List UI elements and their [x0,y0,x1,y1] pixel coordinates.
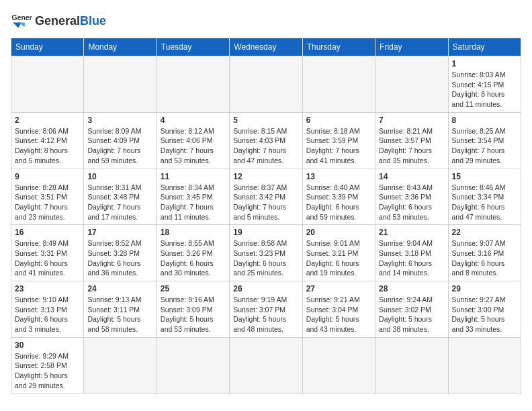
day-info: Sunrise: 9:01 AM Sunset: 3:21 PM Dayligh… [306,238,371,278]
day-number: 2 [15,116,80,125]
calendar-cell [11,56,84,113]
day-number: 5 [233,116,298,125]
calendar-week-row: 9Sunrise: 8:28 AM Sunset: 3:51 PM Daylig… [11,169,521,225]
day-number: 30 [15,340,80,350]
day-info: Sunrise: 8:40 AM Sunset: 3:39 PM Dayligh… [306,183,371,222]
calendar-cell [302,56,375,113]
day-info: Sunrise: 9:27 AM Sunset: 3:00 PM Dayligh… [452,295,517,334]
calendar-cell: 11Sunrise: 8:34 AM Sunset: 3:45 PM Dayli… [157,169,229,225]
weekday-header-sunday: Sunday [11,38,84,56]
calendar-week-row: 30Sunrise: 9:29 AM Sunset: 2:58 PM Dayli… [11,337,521,394]
calendar-cell: 1Sunrise: 8:03 AM Sunset: 4:15 PM Daylig… [448,56,521,113]
day-number: 12 [233,172,298,181]
calendar-cell [84,337,157,394]
day-number: 27 [306,284,371,293]
calendar-cell: 28Sunrise: 9:24 AM Sunset: 3:02 PM Dayli… [375,281,448,338]
day-number: 26 [233,284,298,293]
calendar-cell: 3Sunrise: 8:09 AM Sunset: 4:09 PM Daylig… [84,112,157,169]
day-info: Sunrise: 8:28 AM Sunset: 3:51 PM Dayligh… [15,183,80,222]
calendar-cell: 2Sunrise: 8:06 AM Sunset: 4:12 PM Daylig… [11,112,84,169]
calendar-week-row: 1Sunrise: 8:03 AM Sunset: 4:15 PM Daylig… [11,56,521,113]
calendar-cell [375,337,448,394]
calendar-cell: 8Sunrise: 8:25 AM Sunset: 3:54 PM Daylig… [448,112,521,169]
day-info: Sunrise: 8:06 AM Sunset: 4:12 PM Dayligh… [15,126,80,166]
day-info: Sunrise: 9:16 AM Sunset: 3:09 PM Dayligh… [161,295,226,334]
calendar-cell: 21Sunrise: 9:04 AM Sunset: 3:18 PM Dayli… [375,225,448,281]
day-number: 28 [379,284,444,293]
day-info: Sunrise: 9:21 AM Sunset: 3:04 PM Dayligh… [306,295,371,334]
calendar-cell: 4Sunrise: 8:12 AM Sunset: 4:06 PM Daylig… [157,112,229,169]
calendar-cell: 18Sunrise: 8:55 AM Sunset: 3:26 PM Dayli… [157,225,229,281]
calendar-week-row: 23Sunrise: 9:10 AM Sunset: 3:13 PM Dayli… [11,281,521,338]
day-number: 20 [306,228,371,237]
calendar-cell: 23Sunrise: 9:10 AM Sunset: 3:13 PM Dayli… [11,281,84,338]
day-number: 29 [452,284,517,293]
day-info: Sunrise: 8:12 AM Sunset: 4:06 PM Dayligh… [161,126,226,166]
day-info: Sunrise: 8:15 AM Sunset: 4:03 PM Dayligh… [233,126,298,166]
calendar-cell: 6Sunrise: 8:18 AM Sunset: 3:59 PM Daylig… [302,112,375,169]
calendar-cell: 15Sunrise: 8:46 AM Sunset: 3:34 PM Dayli… [448,169,521,225]
svg-text:General: General [12,14,32,21]
day-number: 25 [161,284,226,293]
calendar-cell [302,337,375,394]
general-blue-logo-icon: General [11,11,32,32]
calendar-cell [157,337,229,394]
day-info: Sunrise: 8:09 AM Sunset: 4:09 PM Dayligh… [87,126,152,166]
calendar-cell: 29Sunrise: 9:27 AM Sunset: 3:00 PM Dayli… [448,281,521,338]
calendar-cell [448,337,521,394]
calendar-cell: 16Sunrise: 8:49 AM Sunset: 3:31 PM Dayli… [11,225,84,281]
calendar-cell: 12Sunrise: 8:37 AM Sunset: 3:42 PM Dayli… [230,169,302,225]
day-info: Sunrise: 8:49 AM Sunset: 3:31 PM Dayligh… [15,238,80,278]
day-number: 1 [452,59,517,68]
day-info: Sunrise: 9:04 AM Sunset: 3:18 PM Dayligh… [379,238,444,278]
day-info: Sunrise: 8:21 AM Sunset: 3:57 PM Dayligh… [379,126,444,166]
calendar-cell: 9Sunrise: 8:28 AM Sunset: 3:51 PM Daylig… [11,169,84,225]
day-number: 4 [161,116,226,125]
day-number: 18 [161,228,226,237]
weekday-header-wednesday: Wednesday [230,38,302,56]
calendar-cell: 25Sunrise: 9:16 AM Sunset: 3:09 PM Dayli… [157,281,229,338]
day-number: 9 [15,172,80,181]
calendar-week-row: 16Sunrise: 8:49 AM Sunset: 3:31 PM Dayli… [11,225,521,281]
day-number: 3 [87,116,152,125]
logo: General GeneralBlue [11,11,106,32]
day-number: 15 [452,172,517,181]
day-number: 14 [379,172,444,181]
day-number: 17 [87,228,152,237]
day-info: Sunrise: 8:43 AM Sunset: 3:36 PM Dayligh… [379,183,444,222]
calendar-cell: 14Sunrise: 8:43 AM Sunset: 3:36 PM Dayli… [375,169,448,225]
calendar-cell: 30Sunrise: 9:29 AM Sunset: 2:58 PM Dayli… [11,337,84,394]
day-info: Sunrise: 8:55 AM Sunset: 3:26 PM Dayligh… [161,238,226,278]
logo-text: GeneralBlue [35,15,106,28]
calendar-cell: 26Sunrise: 9:19 AM Sunset: 3:07 PM Dayli… [230,281,302,338]
day-number: 19 [233,228,298,237]
calendar-cell: 10Sunrise: 8:31 AM Sunset: 3:48 PM Dayli… [84,169,157,225]
day-info: Sunrise: 8:46 AM Sunset: 3:34 PM Dayligh… [452,183,517,222]
day-info: Sunrise: 8:18 AM Sunset: 3:59 PM Dayligh… [306,126,371,166]
calendar-cell: 19Sunrise: 8:58 AM Sunset: 3:23 PM Dayli… [230,225,302,281]
day-number: 22 [452,228,517,237]
day-number: 23 [15,284,80,293]
day-info: Sunrise: 8:03 AM Sunset: 4:15 PM Dayligh… [452,70,517,109]
header: General GeneralBlue [11,11,521,32]
calendar-cell [230,337,302,394]
day-number: 24 [87,284,152,293]
day-info: Sunrise: 8:37 AM Sunset: 3:42 PM Dayligh… [233,183,298,222]
weekday-header-row: SundayMondayTuesdayWednesdayThursdayFrid… [11,38,521,56]
calendar-cell: 27Sunrise: 9:21 AM Sunset: 3:04 PM Dayli… [302,281,375,338]
weekday-header-thursday: Thursday [302,38,375,56]
day-info: Sunrise: 8:25 AM Sunset: 3:54 PM Dayligh… [452,126,517,166]
calendar-cell: 24Sunrise: 9:13 AM Sunset: 3:11 PM Dayli… [84,281,157,338]
day-info: Sunrise: 8:58 AM Sunset: 3:23 PM Dayligh… [233,238,298,278]
day-number: 13 [306,172,371,181]
day-info: Sunrise: 8:34 AM Sunset: 3:45 PM Dayligh… [161,183,226,222]
day-info: Sunrise: 9:29 AM Sunset: 2:58 PM Dayligh… [15,351,80,391]
day-number: 7 [379,116,444,125]
weekday-header-saturday: Saturday [448,38,521,56]
day-number: 8 [452,116,517,125]
calendar-cell: 13Sunrise: 8:40 AM Sunset: 3:39 PM Dayli… [302,169,375,225]
day-info: Sunrise: 8:31 AM Sunset: 3:48 PM Dayligh… [87,183,152,222]
day-number: 21 [379,228,444,237]
calendar-cell [230,56,302,113]
day-number: 10 [87,172,152,181]
